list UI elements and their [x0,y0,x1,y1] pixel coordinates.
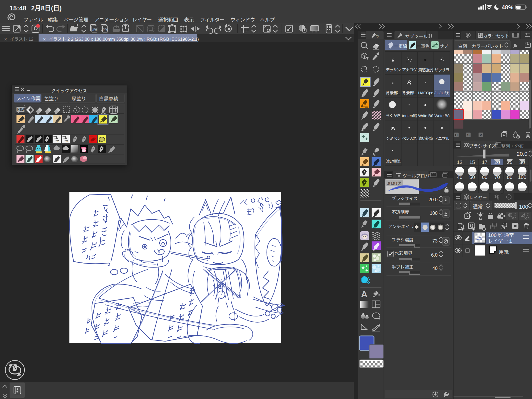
svg-text:70: 70 [494,173,500,180]
svg-text:6.0: 6.0 [431,251,438,258]
svg-text:ツ: ツ [376,34,379,39]
svg-text:手ブレ補正: 手ブレ補正 [392,264,414,270]
svg-text:20.0: 20.0 [429,196,438,203]
svg-text:40: 40 [433,265,438,271]
svg-text:ブラシサイズ: ブラシサイズ [392,195,418,201]
svg-text:100: 100 [430,209,438,216]
svg-text:濃い鉛筆: 濃い鉛筆 [386,158,401,164]
svg-text:20.0: 20.0 [517,149,527,157]
svg-text:60: 60 [482,173,487,180]
svg-text:100: 100 [518,173,526,180]
svg-text:シミペン: シミペン [386,135,401,141]
svg-text:Write Bō: Write Bō [418,112,433,118]
svg-text:濃い鉛筆: 濃い鉛筆 [418,135,433,141]
svg-text:ブラシ濃度: ブラシ濃度 [392,236,413,243]
svg-text:ザッサラ: ザッサラ [434,67,450,72]
svg-text:G: G [57,140,59,142]
svg-text:背景部_: 背景部_ [402,89,416,95]
svg-text:HACOpe: HACOpe [418,89,433,95]
svg-text:アニマル: アニマル [434,135,450,141]
svg-text:ペン入れ: ペン入れ [402,135,417,141]
svg-text:jpg: jpg [92,27,97,31]
svg-text:JUJU线: JUJU线 [434,89,449,95]
svg-text:NEW: NEW [17,108,25,112]
svg-text:デッサン: デッサン [386,67,401,72]
svg-text:png: png [103,27,108,31]
svg-text:toriten鉛: toriten鉛 [402,112,417,118]
svg-text:Write Bō: Write Bō [434,112,450,118]
svg-text:17: 17 [482,158,487,165]
svg-text:80: 80 [507,173,512,180]
svg-text:水彩境界: 水彩境界 [395,250,412,256]
svg-text:質感強弱: 質感強弱 [418,67,433,72]
svg-text:15: 15 [469,158,475,165]
svg-text:73: 73 [433,237,438,244]
svg-text:用紙: 用紙 [499,248,509,255]
svg-text:G: G [66,140,68,143]
svg-text:48%: 48% [502,4,513,11]
svg-text:40: 40 [457,173,462,180]
svg-text:A: A [361,289,368,299]
svg-text:背景部_: 背景部_ [386,89,400,95]
svg-text:らくがき: らくがき [386,112,401,118]
svg-text:不透明度: 不透明度 [392,209,409,215]
svg-text:レイヤー１: レイヤー１ [488,237,513,244]
svg-text:50: 50 [469,173,475,180]
svg-text:12: 12 [457,158,462,165]
svg-text:アナログ: アナログ [402,67,417,72]
